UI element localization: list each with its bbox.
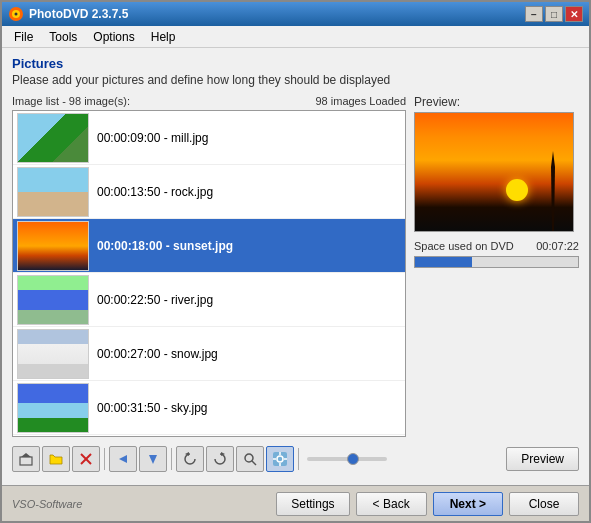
folder-icon [48,451,64,467]
search-icon [242,451,258,467]
dvd-space-time: 00:07:22 [536,240,579,252]
zoom-slider[interactable] [307,457,387,461]
rotate-right-icon [212,451,228,467]
window-title: PhotoDVD 2.3.7.5 [29,7,128,21]
svg-marker-7 [119,455,127,463]
item-label: 00:00:13:50 - rock.jpg [97,185,213,199]
move-down-button[interactable] [139,446,167,472]
delete-icon [78,451,94,467]
svg-marker-4 [21,453,31,457]
separator [104,448,105,470]
item-thumbnail [17,275,89,325]
item-thumbnail [17,329,89,379]
item-label: 00:00:27:00 - snow.jpg [97,347,218,361]
item-label: 00:00:18:00 - sunset.jpg [97,239,233,253]
section-title: Pictures [12,56,579,71]
separator [171,448,172,470]
item-thumbnail [17,383,89,433]
item-thumbnail [17,167,89,217]
titlebar: PhotoDVD 2.3.7.5 − □ ✕ [2,2,589,26]
close-button[interactable]: Close [509,492,579,516]
list-header-left: Image list - 98 image(s): [12,95,130,107]
back-button[interactable]: < Back [356,492,427,516]
close-window-button[interactable]: ✕ [565,6,583,22]
item-label: 00:00:22:50 - river.jpg [97,293,213,307]
gear-icon [272,451,288,467]
thumb-mill [18,114,88,162]
rotate-right-button[interactable] [206,446,234,472]
list-item[interactable]: 00:00:27:00 - snow.jpg [13,327,405,381]
thumb-river [18,276,88,324]
separator [298,448,299,470]
open-folder-button[interactable] [42,446,70,472]
move-up-button[interactable] [109,446,137,472]
list-item[interactable]: 00:00:09:00 - mill.jpg [13,111,405,165]
arrow-down-icon [145,451,161,467]
thumb-snow [18,330,88,378]
dvd-space-label: Space used on DVD [414,240,514,252]
delete-button[interactable] [72,446,100,472]
bottom-bar: VSO-Software Settings < Back Next > Clos… [2,485,589,521]
rotate-left-icon [182,451,198,467]
preview-image [414,112,574,232]
preview-button[interactable]: Preview [506,447,579,471]
list-item[interactable]: 00:00:13:50 - rock.jpg [13,165,405,219]
item-label: 00:00:09:00 - mill.jpg [97,131,208,145]
list-header: Image list - 98 image(s): 98 images Load… [12,95,406,107]
menu-help[interactable]: Help [143,28,184,46]
left-panel: Image list - 98 image(s): 98 images Load… [12,95,406,437]
svg-point-2 [15,13,18,16]
right-panel: Preview: Space used on DVD 00:07:22 [414,95,579,437]
main-window: PhotoDVD 2.3.7.5 − □ ✕ File Tools Option… [0,0,591,523]
list-item[interactable]: 00:00:22:50 - river.jpg [13,273,405,327]
thumb-rock [18,168,88,216]
titlebar-buttons: − □ ✕ [525,6,583,22]
list-item[interactable]: 00:00:31:50 - sky.jpg [13,381,405,435]
preview-label: Preview: [414,95,579,109]
svg-marker-8 [149,455,157,464]
menubar: File Tools Options Help [2,26,589,48]
svg-point-11 [245,454,253,462]
next-button[interactable]: Next > [433,492,503,516]
zoom-slider-container[interactable] [307,457,387,461]
list-item-selected[interactable]: 00:00:18:00 - sunset.jpg [13,219,405,273]
list-header-right: 98 images Loaded [315,95,406,107]
dvd-space-row: Space used on DVD 00:07:22 [414,240,579,252]
add-image-button[interactable] [12,446,40,472]
main-body: Image list - 98 image(s): 98 images Load… [12,95,579,437]
item-thumbnail [17,221,89,271]
brand-label: VSO-Software [12,498,82,510]
thumb-sunset [18,222,88,270]
menu-options[interactable]: Options [85,28,142,46]
svg-line-12 [252,461,256,465]
item-label: 00:00:31:50 - sky.jpg [97,401,208,415]
titlebar-left: PhotoDVD 2.3.7.5 [8,6,128,22]
svg-rect-3 [20,457,32,465]
settings-tool-button[interactable] [266,446,294,472]
app-icon [8,6,24,22]
settings-button[interactable]: Settings [276,492,349,516]
toolbar: Preview [12,441,579,477]
search-button[interactable] [236,446,264,472]
image-list[interactable]: 00:00:09:00 - mill.jpg 00:00:13:50 - roc… [12,110,406,437]
menu-file[interactable]: File [6,28,41,46]
arrow-right-icon [115,451,131,467]
dvd-space-fill [415,257,472,267]
rotate-left-button[interactable] [176,446,204,472]
thumb-sky [18,384,88,432]
section-description: Please add your pictures and define how … [12,73,579,87]
sun-decoration [506,179,528,201]
menu-tools[interactable]: Tools [41,28,85,46]
item-thumbnail [17,113,89,163]
maximize-button[interactable]: □ [545,6,563,22]
zoom-thumb[interactable] [347,453,359,465]
minimize-button[interactable]: − [525,6,543,22]
content-area: Pictures Please add your pictures and de… [2,48,589,485]
add-icon [18,451,34,467]
dvd-space-bar [414,256,579,268]
